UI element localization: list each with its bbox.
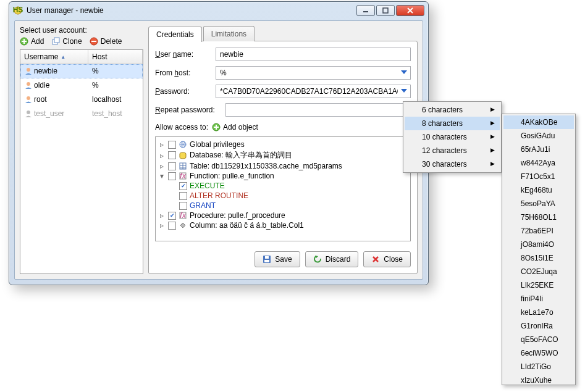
maximize-button[interactable] — [376, 5, 395, 16]
user-row[interactable]: oldie% — [20, 78, 143, 93]
checkbox[interactable]: ✔ — [179, 182, 187, 190]
select-account-label: Select user account: — [20, 26, 143, 35]
user-icon — [20, 80, 30, 91]
menu-item[interactable]: LIk25EKE — [503, 278, 574, 292]
tree-label: ALTER ROUTINE — [190, 191, 248, 200]
tab-limitations[interactable]: Limitations — [203, 26, 255, 41]
add-icon — [20, 37, 28, 46]
delete-icon — [90, 37, 98, 46]
menu-item[interactable]: xIzuXuhe — [503, 373, 574, 387]
svg-rect-3 — [383, 8, 388, 13]
password-input[interactable] — [216, 85, 411, 98]
submenu-arrow-icon: ▶ — [490, 133, 495, 140]
menu-item[interactable]: GosiGAdu — [503, 129, 574, 143]
menu-item[interactable]: 75H68OL1 — [503, 211, 574, 224]
menu-item[interactable]: 5esoPaYA — [503, 197, 574, 211]
clone-icon — [51, 37, 60, 46]
menu-item[interactable]: 12 characters▶ — [405, 144, 500, 157]
add-user-button[interactable]: Add — [20, 37, 44, 46]
menu-item[interactable]: 6eciW5WO — [503, 346, 574, 360]
menu-item[interactable]: G1ronIRa — [503, 319, 574, 333]
menu-item[interactable]: kEg468tu — [503, 183, 574, 197]
expand-icon[interactable]: ▹ — [158, 221, 166, 230]
col-username-header[interactable]: Username▲ — [20, 50, 88, 64]
menu-item[interactable]: 65rAJu1i — [503, 143, 574, 156]
menu-item[interactable]: F71Oc5x1 — [503, 170, 574, 183]
tree-label: Global privileges — [190, 140, 245, 149]
tree-label: GRANT — [190, 201, 216, 210]
svg-text:fx: fx — [180, 172, 186, 180]
menu-item[interactable]: 8 characters▶ — [405, 117, 500, 130]
menu-item[interactable]: jO8ami4O — [503, 238, 574, 251]
host-cell: % — [88, 80, 143, 91]
checkbox[interactable] — [168, 172, 176, 180]
close-icon — [371, 255, 380, 264]
close-button[interactable]: Close — [363, 251, 411, 267]
menu-item[interactable]: LId2TiGo — [503, 360, 574, 373]
add-object-button[interactable]: Add object — [212, 123, 258, 131]
host-cell: test_host — [88, 108, 143, 119]
user-icon — [20, 65, 30, 77]
user-row[interactable]: rootlocalhost — [20, 93, 143, 107]
checkbox[interactable] — [168, 151, 176, 159]
checkbox[interactable] — [168, 222, 176, 230]
generated-passwords-menu[interactable]: 4AKakOBeGosiGAdu65rAJu1iw8442AyaF71Oc5x1… — [502, 114, 576, 385]
save-icon — [263, 255, 271, 264]
tree-label: Table: db115291x1150338.cache_md5params — [190, 162, 342, 170]
collapse-icon[interactable]: ▾ — [158, 172, 166, 180]
repeat-password-input[interactable] — [225, 103, 411, 117]
checkbox[interactable] — [168, 162, 176, 170]
submenu-arrow-icon: ▶ — [490, 147, 495, 153]
user-cell: root — [30, 94, 88, 105]
close-window-button[interactable] — [396, 5, 424, 16]
expand-icon[interactable]: ▹ — [158, 162, 166, 170]
menu-item[interactable]: qE5oFACO — [503, 333, 574, 346]
tree-label: Function: pulle.e_function — [190, 172, 274, 180]
svg-text:HS: HS — [13, 6, 23, 14]
add-icon — [212, 123, 221, 131]
user-cell: oldie — [30, 80, 88, 91]
table-icon — [179, 162, 187, 170]
discard-icon — [313, 255, 322, 264]
menu-item[interactable]: 72ba6EPI — [503, 224, 574, 238]
checkbox[interactable] — [179, 202, 187, 210]
minimize-button[interactable] — [356, 5, 375, 16]
expand-icon[interactable]: ▹ — [158, 211, 166, 220]
from-host-label: From host: — [155, 69, 211, 77]
tab-credentials[interactable]: Credentials — [148, 27, 202, 42]
titlebar[interactable]: HS User manager - newbie — [9, 2, 428, 19]
delete-user-button[interactable]: Delete — [90, 37, 122, 46]
menu-item[interactable]: 4AKakOBe — [503, 115, 574, 129]
menu-item[interactable]: 8Os15i1E — [503, 251, 574, 265]
user-row[interactable]: newbie% — [20, 64, 143, 78]
menu-item[interactable]: 10 characters▶ — [405, 130, 500, 144]
svg-rect-6 — [54, 38, 59, 43]
menu-item[interactable]: 30 characters▶ — [405, 157, 500, 171]
menu-item[interactable]: finiP4Ii — [503, 292, 574, 306]
save-button[interactable]: Save — [255, 251, 300, 267]
username-input[interactable] — [216, 48, 411, 61]
discard-button[interactable]: Discard — [305, 251, 359, 267]
privileges-tree[interactable]: ▹Global privileges ▹Database: 輸入字串為首的詞目 … — [155, 136, 411, 241]
menu-item[interactable]: CO2EJuqa — [503, 265, 574, 278]
dropdown-icon[interactable] — [400, 86, 408, 95]
expand-icon[interactable]: ▹ — [158, 151, 166, 160]
user-row[interactable]: test_usertest_host — [20, 107, 143, 121]
from-host-input[interactable] — [216, 66, 411, 80]
repeat-password-label: Repeat password: — [155, 106, 221, 114]
dropdown-icon[interactable] — [400, 68, 408, 77]
svg-text:fx: fx — [180, 211, 186, 220]
checkbox[interactable]: ✔ — [168, 212, 176, 220]
menu-item[interactable]: 6 characters▶ — [405, 103, 500, 117]
clone-user-button[interactable]: Clone — [51, 37, 82, 46]
expand-icon[interactable]: ▹ — [158, 140, 166, 149]
svg-rect-23 — [265, 256, 269, 259]
checkbox[interactable] — [168, 141, 176, 149]
menu-item[interactable]: keLa1e7o — [503, 306, 574, 319]
password-length-menu[interactable]: 6 characters▶8 characters▶10 characters▶… — [403, 101, 502, 173]
tree-label: Procedure: pulle.f_procedure — [190, 211, 285, 220]
username-label: User name: — [155, 50, 211, 59]
col-host-header[interactable]: Host — [88, 50, 143, 64]
menu-item[interactable]: w8442Aya — [503, 156, 574, 170]
checkbox[interactable] — [179, 192, 187, 200]
